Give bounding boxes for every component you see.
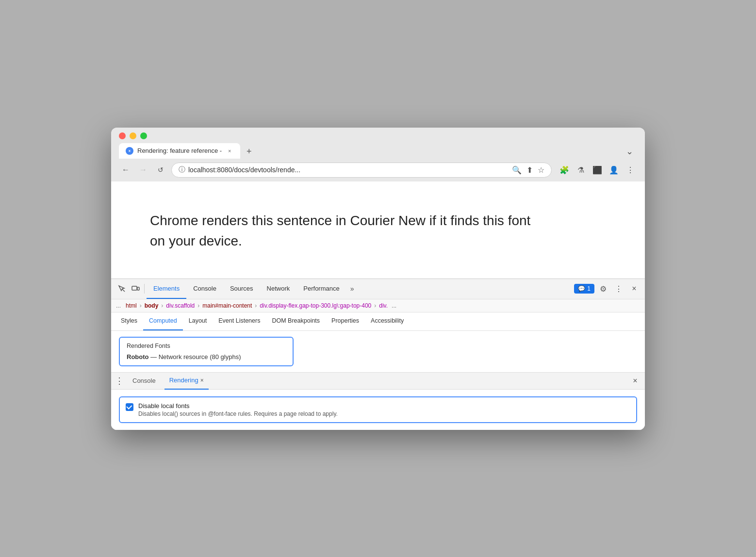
feedback-count: 1: [587, 285, 591, 292]
profile-icon[interactable]: 👤: [607, 163, 621, 177]
font-source: Network resource (80 glyphs): [159, 353, 241, 360]
tab-bar: Rendering: feature reference - × + ⌄: [119, 143, 637, 159]
tab-title: Rendering: feature reference -: [137, 147, 222, 154]
url-actions: 🔍 ⬆ ☆: [512, 165, 544, 175]
back-button[interactable]: ←: [119, 163, 132, 177]
drawer-menu-icon[interactable]: ⋮: [115, 376, 124, 386]
tab-console[interactable]: Console: [186, 278, 223, 299]
drawer-close-button[interactable]: ×: [629, 375, 641, 387]
feedback-icon: 💬: [578, 285, 585, 292]
menu-icon[interactable]: ⋮: [624, 163, 637, 177]
rendered-font-item: Roboto — Network resource (80 glyphs): [127, 353, 286, 360]
extensions-icon[interactable]: 🧩: [558, 163, 571, 177]
tab-more-button[interactable]: »: [346, 285, 358, 293]
breadcrumb-div-short[interactable]: div.: [377, 302, 390, 310]
devtools-tabs: Elements Console Sources Network Perform…: [147, 278, 574, 299]
devtools-settings-icon[interactable]: ⚙: [596, 282, 610, 295]
page-content: Chrome renders this sentence in Courier …: [111, 181, 645, 278]
inspect-element-icon[interactable]: [115, 282, 129, 295]
disable-local-fonts-label: Disable local fonts: [138, 402, 338, 410]
rendered-fonts-section: Rendered Fonts Roboto — Network resource…: [111, 331, 645, 372]
active-tab[interactable]: Rendering: feature reference - ×: [119, 143, 240, 159]
forward-button[interactable]: →: [136, 163, 150, 177]
reload-button[interactable]: ↺: [154, 163, 167, 177]
url-text: localhost:8080/docs/devtools/rende...: [188, 166, 509, 174]
bookmark-icon[interactable]: ☆: [538, 165, 544, 175]
panel-tab-dom-breakpoints[interactable]: DOM Breakpoints: [266, 312, 326, 330]
close-button[interactable]: [119, 132, 126, 139]
disable-local-fonts-desc: Disables local() sources in @font-face r…: [138, 410, 338, 417]
url-bar[interactable]: ⓘ localhost:8080/docs/devtools/rende... …: [171, 163, 552, 178]
devtools-panel: Elements Console Sources Network Perform…: [111, 278, 645, 430]
new-tab-button[interactable]: +: [242, 145, 256, 159]
panel-tabs: Styles Computed Layout Event Listeners D…: [111, 312, 645, 331]
tab-network[interactable]: Network: [260, 278, 297, 299]
devtools-close-icon[interactable]: ×: [627, 282, 641, 295]
breadcrumb-div-flex[interactable]: div.display-flex.gap-top-300.lg\:gap-top…: [258, 302, 373, 310]
rendered-fonts-box: Rendered Fonts Roboto — Network resource…: [119, 337, 294, 366]
drawer-tab-rendering[interactable]: Rendering ×: [164, 372, 209, 390]
disable-local-fonts-item: Disable local fonts Disables local() sou…: [120, 397, 636, 422]
panel-tab-styles[interactable]: Styles: [115, 312, 143, 330]
devtools-toolbar: Elements Console Sources Network Perform…: [111, 279, 645, 299]
breadcrumb-div-scaffold[interactable]: div.scaffold: [164, 302, 197, 310]
share-icon[interactable]: ⬆: [526, 165, 533, 175]
tab-chrome-icon: [126, 147, 133, 155]
breadcrumb-bar: ... html › body › div.scaffold › main#ma…: [111, 299, 645, 312]
svg-point-1: [129, 150, 131, 151]
svg-rect-4: [137, 287, 139, 290]
svg-rect-3: [132, 286, 137, 290]
tab-close-button[interactable]: ×: [226, 147, 233, 155]
browser-window: Rendering: feature reference - × + ⌄ ← →…: [111, 128, 645, 430]
minimize-button[interactable]: [130, 132, 136, 139]
svg-line-2: [122, 289, 125, 292]
panel-tab-layout[interactable]: Layout: [183, 312, 213, 330]
toolbar-divider: [144, 284, 145, 294]
breadcrumb-html[interactable]: html: [124, 302, 139, 310]
performance-icon[interactable]: ⚗: [574, 163, 588, 177]
tab-sources[interactable]: Sources: [223, 278, 260, 299]
feedback-badge-button[interactable]: 💬 1: [574, 284, 594, 294]
page-main-text: Chrome renders this sentence in Courier …: [150, 211, 538, 251]
disable-local-fonts-box: Disable local fonts Disables local() sou…: [119, 396, 637, 423]
breadcrumb-main[interactable]: main#main-content: [200, 302, 254, 310]
devtools-menu-icon[interactable]: ⋮: [612, 282, 625, 295]
window-controls: [119, 132, 637, 139]
tab-elements[interactable]: Elements: [147, 278, 186, 299]
rendered-fonts-title: Rendered Fonts: [127, 343, 286, 349]
split-view-icon[interactable]: ⬛: [591, 163, 604, 177]
devtools-actions: 💬 1 ⚙ ⋮ ×: [574, 282, 641, 295]
address-bar: ← → ↺ ⓘ localhost:8080/docs/devtools/ren…: [111, 159, 645, 181]
drawer-tab-rendering-close[interactable]: ×: [200, 377, 204, 384]
font-separator: —: [150, 353, 159, 360]
breadcrumb-end-dots[interactable]: ...: [392, 302, 396, 309]
device-toolbar-icon[interactable]: [129, 282, 142, 295]
font-name: Roboto: [127, 353, 148, 360]
drawer-tab-console[interactable]: Console: [128, 372, 161, 390]
browser-actions: 🧩 ⚗ ⬛ 👤 ⋮: [558, 163, 637, 177]
panel-tab-event-listeners[interactable]: Event Listeners: [213, 312, 266, 330]
zoom-icon[interactable]: 🔍: [512, 165, 522, 175]
disable-local-fonts-checkbox-row: Disable local fonts Disables local() sou…: [126, 402, 338, 417]
rendering-panel: Disable local fonts Disables local() sou…: [111, 390, 645, 430]
title-bar: Rendering: feature reference - × + ⌄: [111, 128, 645, 159]
disable-local-fonts-text: Disable local fonts Disables local() sou…: [138, 402, 338, 417]
drawer-bar: ⋮ Console Rendering × ×: [111, 372, 645, 390]
breadcrumb-dots[interactable]: ...: [116, 302, 121, 309]
disable-local-fonts-checkbox[interactable]: [126, 403, 133, 411]
tab-performance[interactable]: Performance: [296, 278, 346, 299]
maximize-button[interactable]: [140, 132, 147, 139]
tab-overflow-button[interactable]: ⌄: [622, 144, 637, 159]
panel-tab-accessibility[interactable]: Accessibility: [365, 312, 410, 330]
security-icon: ⓘ: [179, 165, 185, 174]
breadcrumb-body[interactable]: body: [143, 302, 161, 310]
panel-tab-computed[interactable]: Computed: [143, 312, 183, 330]
panel-tab-properties[interactable]: Properties: [326, 312, 365, 330]
